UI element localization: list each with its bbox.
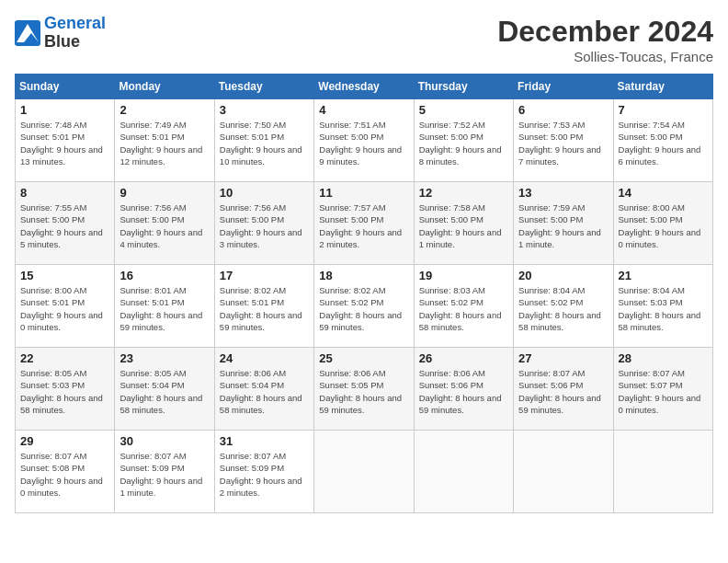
day-info: Sunrise: 7:56 AM Sunset: 5:00 PM Dayligh… (119, 201, 209, 250)
calendar-day-cell: 6 Sunrise: 7:53 AM Sunset: 5:00 PM Dayli… (514, 99, 613, 182)
day-number: 22 (20, 351, 109, 365)
calendar-day-cell: 24 Sunrise: 8:06 AM Sunset: 5:04 PM Dayl… (214, 348, 313, 431)
day-number: 25 (319, 351, 408, 365)
day-number: 31 (220, 434, 309, 448)
calendar-day-cell: 20 Sunrise: 8:04 AM Sunset: 5:02 PM Dayl… (514, 265, 613, 348)
day-info: Sunrise: 8:00 AM Sunset: 5:01 PM Dayligh… (20, 284, 109, 333)
day-number: 10 (220, 186, 309, 200)
calendar-day-cell: 1 Sunrise: 7:48 AM Sunset: 5:01 PM Dayli… (16, 99, 115, 182)
calendar-day-cell: 3 Sunrise: 7:50 AM Sunset: 5:01 PM Dayli… (214, 99, 313, 182)
day-info: Sunrise: 8:04 AM Sunset: 5:02 PM Dayligh… (518, 284, 608, 333)
calendar-day-cell: 16 Sunrise: 8:01 AM Sunset: 5:01 PM Dayl… (115, 265, 214, 348)
col-monday: Monday (115, 75, 214, 99)
location: Sollies-Toucas, France (497, 49, 713, 64)
calendar-day-cell: 15 Sunrise: 8:00 AM Sunset: 5:01 PM Dayl… (16, 265, 115, 348)
col-friday: Friday (514, 75, 613, 99)
calendar-day-cell (613, 431, 712, 513)
day-info: Sunrise: 8:07 AM Sunset: 5:09 PM Dayligh… (220, 450, 309, 499)
calendar-day-cell: 28 Sunrise: 8:07 AM Sunset: 5:07 PM Dayl… (613, 348, 712, 431)
calendar-day-cell (314, 431, 414, 513)
col-sunday: Sunday (16, 75, 115, 99)
day-number: 15 (20, 269, 109, 282)
col-wednesday: Wednesday (314, 75, 414, 99)
calendar-day-cell (414, 431, 513, 513)
day-number: 9 (119, 186, 209, 200)
day-info: Sunrise: 8:07 AM Sunset: 5:06 PM Dayligh… (518, 367, 608, 416)
day-info: Sunrise: 8:01 AM Sunset: 5:01 PM Dayligh… (119, 284, 209, 333)
calendar-day-cell: 30 Sunrise: 8:07 AM Sunset: 5:09 PM Dayl… (115, 431, 214, 513)
calendar-day-cell: 12 Sunrise: 7:58 AM Sunset: 5:00 PM Dayl… (414, 182, 513, 265)
day-number: 30 (119, 434, 209, 448)
logo-line2: Blue (44, 32, 80, 51)
calendar-day-cell (514, 431, 613, 513)
day-info: Sunrise: 7:58 AM Sunset: 5:00 PM Dayligh… (419, 201, 508, 250)
day-info: Sunrise: 8:07 AM Sunset: 5:07 PM Dayligh… (619, 367, 708, 416)
day-info: Sunrise: 8:07 AM Sunset: 5:09 PM Dayligh… (119, 450, 209, 499)
day-number: 1 (20, 103, 109, 117)
day-number: 18 (319, 269, 408, 282)
day-info: Sunrise: 8:02 AM Sunset: 5:01 PM Dayligh… (220, 284, 309, 333)
calendar-day-cell: 22 Sunrise: 8:05 AM Sunset: 5:03 PM Dayl… (16, 348, 115, 431)
day-number: 21 (619, 269, 708, 282)
calendar-day-cell: 17 Sunrise: 8:02 AM Sunset: 5:01 PM Dayl… (214, 265, 313, 348)
title-block: December 2024 Sollies-Toucas, France (497, 15, 713, 64)
calendar-body: 1 Sunrise: 7:48 AM Sunset: 5:01 PM Dayli… (16, 99, 713, 513)
day-number: 8 (20, 186, 109, 200)
logo: General Blue (15, 15, 106, 52)
calendar-table: Sunday Monday Tuesday Wednesday Thursday… (15, 74, 713, 513)
day-info: Sunrise: 7:56 AM Sunset: 5:00 PM Dayligh… (220, 201, 309, 250)
calendar-day-cell: 19 Sunrise: 8:03 AM Sunset: 5:02 PM Dayl… (414, 265, 513, 348)
day-number: 7 (619, 103, 708, 117)
calendar-day-cell: 26 Sunrise: 8:06 AM Sunset: 5:06 PM Dayl… (414, 348, 513, 431)
day-number: 3 (220, 103, 309, 117)
calendar-day-cell: 31 Sunrise: 8:07 AM Sunset: 5:09 PM Dayl… (214, 431, 313, 513)
calendar-day-cell: 2 Sunrise: 7:49 AM Sunset: 5:01 PM Dayli… (115, 99, 214, 182)
day-number: 5 (419, 103, 508, 117)
logo-icon (15, 20, 40, 46)
day-number: 23 (119, 351, 209, 365)
day-number: 17 (220, 269, 309, 282)
day-info: Sunrise: 7:57 AM Sunset: 5:00 PM Dayligh… (319, 201, 408, 250)
day-info: Sunrise: 7:51 AM Sunset: 5:00 PM Dayligh… (319, 119, 408, 167)
calendar-day-cell: 5 Sunrise: 7:52 AM Sunset: 5:00 PM Dayli… (414, 99, 513, 182)
day-number: 11 (319, 186, 408, 200)
day-info: Sunrise: 8:02 AM Sunset: 5:02 PM Dayligh… (319, 284, 408, 333)
calendar-day-cell: 13 Sunrise: 7:59 AM Sunset: 5:00 PM Dayl… (514, 182, 613, 265)
day-info: Sunrise: 8:05 AM Sunset: 5:04 PM Dayligh… (119, 367, 209, 416)
calendar-day-cell: 10 Sunrise: 7:56 AM Sunset: 5:00 PM Dayl… (214, 182, 313, 265)
day-number: 2 (119, 103, 209, 117)
day-number: 4 (319, 103, 408, 117)
day-info: Sunrise: 8:04 AM Sunset: 5:03 PM Dayligh… (619, 284, 708, 333)
day-number: 12 (419, 186, 508, 200)
day-number: 20 (518, 269, 608, 282)
calendar-day-cell: 7 Sunrise: 7:54 AM Sunset: 5:00 PM Dayli… (613, 99, 712, 182)
day-number: 16 (119, 269, 209, 282)
day-info: Sunrise: 8:06 AM Sunset: 5:05 PM Dayligh… (319, 367, 408, 416)
day-info: Sunrise: 8:07 AM Sunset: 5:08 PM Dayligh… (20, 450, 109, 499)
calendar-day-cell: 18 Sunrise: 8:02 AM Sunset: 5:02 PM Dayl… (314, 265, 414, 348)
calendar-week-row: 22 Sunrise: 8:05 AM Sunset: 5:03 PM Dayl… (16, 348, 713, 431)
logo-text: General Blue (44, 15, 106, 52)
calendar-day-cell: 29 Sunrise: 8:07 AM Sunset: 5:08 PM Dayl… (16, 431, 115, 513)
day-number: 28 (619, 351, 708, 365)
col-thursday: Thursday (414, 75, 513, 99)
calendar-day-cell: 8 Sunrise: 7:55 AM Sunset: 5:00 PM Dayli… (16, 182, 115, 265)
calendar-header-row: Sunday Monday Tuesday Wednesday Thursday… (16, 75, 713, 99)
day-info: Sunrise: 7:55 AM Sunset: 5:00 PM Dayligh… (20, 201, 109, 250)
day-number: 29 (20, 434, 109, 448)
page-header: General Blue December 2024 Sollies-Touca… (15, 15, 713, 64)
calendar-week-row: 15 Sunrise: 8:00 AM Sunset: 5:01 PM Dayl… (16, 265, 713, 348)
day-number: 6 (518, 103, 608, 117)
day-info: Sunrise: 8:03 AM Sunset: 5:02 PM Dayligh… (419, 284, 508, 333)
day-info: Sunrise: 8:06 AM Sunset: 5:06 PM Dayligh… (419, 367, 508, 416)
calendar-day-cell: 9 Sunrise: 7:56 AM Sunset: 5:00 PM Dayli… (115, 182, 214, 265)
calendar-week-row: 29 Sunrise: 8:07 AM Sunset: 5:08 PM Dayl… (16, 431, 713, 513)
day-info: Sunrise: 7:52 AM Sunset: 5:00 PM Dayligh… (419, 119, 508, 167)
day-info: Sunrise: 7:48 AM Sunset: 5:01 PM Dayligh… (20, 119, 109, 167)
calendar-day-cell: 11 Sunrise: 7:57 AM Sunset: 5:00 PM Dayl… (314, 182, 414, 265)
day-info: Sunrise: 7:49 AM Sunset: 5:01 PM Dayligh… (119, 119, 209, 167)
col-tuesday: Tuesday (214, 75, 313, 99)
col-saturday: Saturday (613, 75, 712, 99)
calendar-day-cell: 25 Sunrise: 8:06 AM Sunset: 5:05 PM Dayl… (314, 348, 414, 431)
calendar-day-cell: 21 Sunrise: 8:04 AM Sunset: 5:03 PM Dayl… (613, 265, 712, 348)
